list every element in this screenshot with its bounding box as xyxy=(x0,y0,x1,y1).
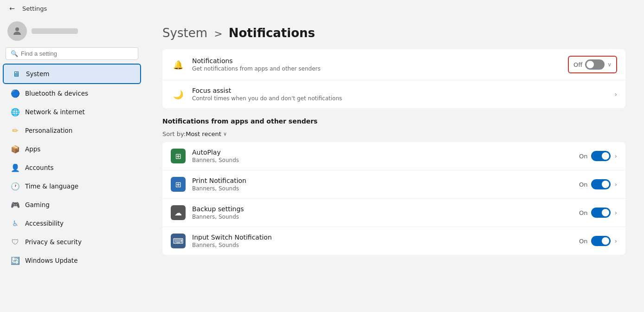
search-box[interactable]: 🔍 xyxy=(6,47,138,60)
avatar xyxy=(7,21,27,41)
app-row-input[interactable]: ⌨ Input Switch Notification Banners, Sou… xyxy=(162,227,625,255)
back-button[interactable]: ← xyxy=(6,2,19,15)
sidebar-icon-system: 🖥 xyxy=(11,69,21,79)
sidebar-icon-bluetooth: 🔵 xyxy=(10,88,20,98)
sidebar-label-update: Windows Update xyxy=(25,257,77,264)
app-icon-backup: ☁ xyxy=(171,205,186,220)
sidebar-item-accessibility[interactable]: ♿ Accessibility xyxy=(3,214,141,233)
app-text-input: Input Switch Notification Banners, Sound… xyxy=(192,234,573,248)
apps-notifications-card: ⊞ AutoPlay Banners, Sounds On › ⊞ Print … xyxy=(162,142,625,255)
app-icon-autoplay: ⊞ xyxy=(171,149,186,163)
app-controls-print: On › xyxy=(579,179,617,189)
app-title-input: Input Switch Notification xyxy=(192,234,573,241)
sidebar-label-bluetooth: Bluetooth & devices xyxy=(25,90,88,97)
sidebar-icon-privacy: 🛡 xyxy=(10,237,20,247)
app-toggle-print[interactable] xyxy=(591,179,611,189)
app-title-autoplay: AutoPlay xyxy=(192,149,573,156)
sidebar: 🔍 🖥 System 🔵 Bluetooth & devices 🌐 Netwo… xyxy=(0,17,144,312)
sidebar-item-network[interactable]: 🌐 Network & internet xyxy=(3,103,141,121)
notifications-subtitle: Get notifications from apps and other se… xyxy=(192,65,561,72)
app-title-print: Print Notification xyxy=(192,177,573,184)
app-chevron-autoplay[interactable]: › xyxy=(614,152,617,160)
notifications-toggle[interactable] xyxy=(585,59,605,70)
app-toggle-autoplay[interactable] xyxy=(591,151,611,161)
notifications-title: Notifications xyxy=(192,57,561,65)
toggle-thumb-print xyxy=(602,181,609,188)
sidebar-icon-personalization: ✏️ xyxy=(10,125,20,136)
sidebar-label-personalization: Personalization xyxy=(25,127,72,134)
sidebar-item-gaming[interactable]: 🎮 Gaming xyxy=(3,195,141,214)
app-toggle-backup[interactable] xyxy=(591,208,611,218)
search-icon: 🔍 xyxy=(11,50,18,57)
sidebar-item-personalization[interactable]: ✏️ Personalization xyxy=(3,121,141,140)
breadcrumb-separator: > xyxy=(214,28,225,39)
breadcrumb-system[interactable]: System xyxy=(162,26,207,40)
breadcrumb-current: Notifications xyxy=(229,26,315,40)
notifications-row[interactable]: 🔔 Notifications Get notifications from a… xyxy=(162,49,625,80)
sidebar-item-apps[interactable]: 📦 Apps xyxy=(3,140,141,158)
app-rows-container: ⊞ AutoPlay Banners, Sounds On › ⊞ Print … xyxy=(162,142,625,255)
notifications-chevron-down[interactable]: ∨ xyxy=(607,61,612,68)
sort-chevron[interactable]: ∨ xyxy=(223,131,227,137)
focus-controls: › xyxy=(614,91,617,98)
app-row-autoplay[interactable]: ⊞ AutoPlay Banners, Sounds On › xyxy=(162,142,625,170)
sidebar-icon-accounts: 👤 xyxy=(10,162,20,173)
sidebar-label-time: Time & language xyxy=(25,182,78,190)
app-row-print[interactable]: ⊞ Print Notification Banners, Sounds On … xyxy=(162,170,625,199)
sidebar-icon-time: 🕐 xyxy=(10,181,20,191)
app-row-backup[interactable]: ☁ Backup settings Banners, Sounds On › xyxy=(162,199,625,227)
notifications-text: Notifications Get notifications from app… xyxy=(192,57,561,72)
notifications-controls: Off ∨ xyxy=(568,56,617,73)
app-icon-input: ⌨ xyxy=(171,234,186,248)
toggle-thumb-autoplay xyxy=(602,152,609,160)
focus-text: Focus assist Control times when you do a… xyxy=(192,87,608,102)
sidebar-user xyxy=(0,17,144,47)
focus-assist-row[interactable]: 🌙 Focus assist Control times when you do… xyxy=(162,80,625,108)
page-header: System > Notifications xyxy=(162,26,625,40)
app-chevron-print[interactable]: › xyxy=(614,181,617,188)
app-subtitle-autoplay: Banners, Sounds xyxy=(192,157,573,163)
app-toggle-label-print: On xyxy=(579,181,587,188)
sort-row: Sort by: Most recent ∨ xyxy=(162,129,625,142)
app-subtitle-backup: Banners, Sounds xyxy=(192,214,573,220)
svg-point-0 xyxy=(15,27,19,31)
sidebar-item-bluetooth[interactable]: 🔵 Bluetooth & devices xyxy=(3,84,141,103)
app-toggle-label-input: On xyxy=(579,238,587,245)
sidebar-item-time[interactable]: 🕐 Time & language xyxy=(3,177,141,195)
notif-toggle-box: Off ∨ xyxy=(568,56,617,73)
app-chevron-backup[interactable]: › xyxy=(614,209,617,216)
toggle-thumb-backup xyxy=(602,209,609,216)
titlebar: ← Settings xyxy=(0,0,644,17)
app-subtitle-print: Banners, Sounds xyxy=(192,185,573,192)
search-input[interactable] xyxy=(21,50,133,57)
sidebar-icon-accessibility: ♿ xyxy=(10,218,20,228)
titlebar-title: Settings xyxy=(22,5,47,12)
sort-value[interactable]: Most recent xyxy=(186,130,221,137)
app-controls-input: On › xyxy=(579,236,617,246)
notification-icon: 🔔 xyxy=(171,57,186,72)
toggle-thumb-input xyxy=(602,237,609,245)
main-layout: 🔍 🖥 System 🔵 Bluetooth & devices 🌐 Netwo… xyxy=(0,17,644,312)
sidebar-label-accessibility: Accessibility xyxy=(25,220,64,227)
sidebar-label-apps: Apps xyxy=(25,145,40,153)
app-toggle-input[interactable] xyxy=(591,236,611,246)
sidebar-label-system: System xyxy=(26,70,49,78)
app-title-backup: Backup settings xyxy=(192,205,573,213)
focus-subtitle: Control times when you do and don't get … xyxy=(192,95,608,102)
app-toggle-label-autoplay: On xyxy=(579,153,587,160)
notifications-toggle-label: Off xyxy=(573,61,582,68)
app-chevron-input[interactable]: › xyxy=(614,237,617,245)
apps-section-header: Notifications from apps and other sender… xyxy=(162,112,625,129)
sidebar-icon-gaming: 🎮 xyxy=(10,200,20,210)
focus-chevron[interactable]: › xyxy=(614,91,617,98)
sidebar-item-update[interactable]: 🔄 Windows Update xyxy=(3,251,141,270)
sidebar-items-container: 🖥 System 🔵 Bluetooth & devices 🌐 Network… xyxy=(0,64,144,270)
sidebar-item-accounts[interactable]: 👤 Accounts xyxy=(3,158,141,177)
sidebar-item-system[interactable]: 🖥 System xyxy=(3,64,141,84)
focus-title: Focus assist xyxy=(192,87,608,94)
sort-prefix: Sort by: xyxy=(162,130,186,137)
sidebar-item-privacy[interactable]: 🛡 Privacy & security xyxy=(3,233,141,251)
focus-icon: 🌙 xyxy=(171,87,186,102)
toggle-thumb xyxy=(586,61,594,68)
user-name xyxy=(32,28,78,34)
